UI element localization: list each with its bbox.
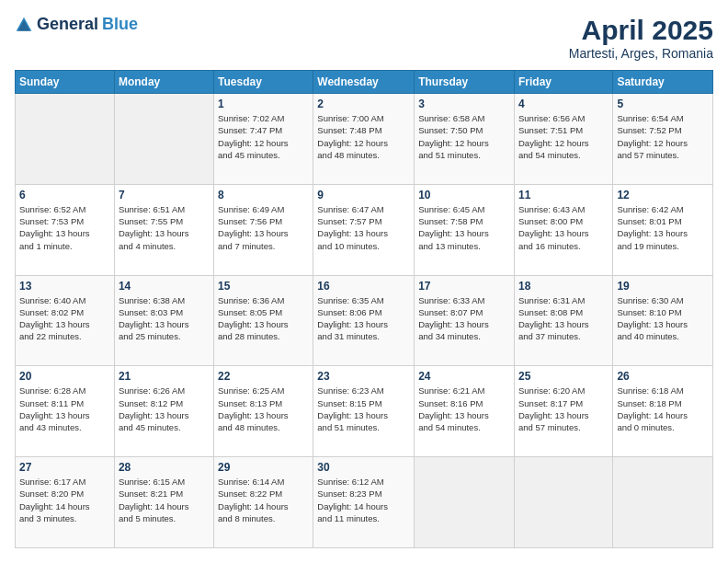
calendar-table: SundayMondayTuesdayWednesdayThursdayFrid… — [15, 70, 713, 548]
day-number: 4 — [518, 98, 609, 110]
day-detail: Sunrise: 6:30 AM Sunset: 8:10 PM Dayligh… — [617, 294, 709, 343]
day-number: 26 — [617, 370, 709, 383]
calendar-cell: 20Sunrise: 6:28 AM Sunset: 8:11 PM Dayli… — [16, 366, 115, 457]
day-header-tuesday: Tuesday — [214, 71, 313, 94]
day-number: 18 — [518, 280, 609, 293]
day-detail: Sunrise: 7:00 AM Sunset: 7:48 PM Dayligh… — [317, 112, 410, 161]
day-number: 28 — [119, 461, 210, 474]
day-number: 15 — [218, 280, 309, 293]
day-number: 5 — [617, 98, 709, 110]
day-header-sunday: Sunday — [16, 71, 115, 94]
calendar-cell: 23Sunrise: 6:23 AM Sunset: 8:15 PM Dayli… — [313, 366, 415, 457]
week-row-2: 13Sunrise: 6:40 AM Sunset: 8:02 PM Dayli… — [16, 275, 713, 366]
day-number: 13 — [19, 280, 110, 293]
day-detail: Sunrise: 6:35 AM Sunset: 8:06 PM Dayligh… — [317, 294, 410, 343]
week-row-0: 1Sunrise: 7:02 AM Sunset: 7:47 PM Daylig… — [16, 94, 713, 185]
day-detail: Sunrise: 6:42 AM Sunset: 8:01 PM Dayligh… — [617, 203, 709, 252]
subtitle: Martesti, Arges, Romania — [569, 46, 713, 61]
day-detail: Sunrise: 6:45 AM Sunset: 7:58 PM Dayligh… — [418, 203, 510, 252]
day-number: 8 — [218, 189, 309, 201]
calendar-cell: 12Sunrise: 6:42 AM Sunset: 8:01 PM Dayli… — [613, 184, 713, 275]
day-detail: Sunrise: 6:56 AM Sunset: 7:51 PM Dayligh… — [518, 112, 609, 161]
main-title: April 2025 — [569, 15, 713, 46]
day-detail: Sunrise: 6:33 AM Sunset: 8:07 PM Dayligh… — [418, 294, 510, 343]
header: General Blue April 2025 Martesti, Arges,… — [15, 15, 713, 61]
day-number: 7 — [119, 189, 210, 201]
day-detail: Sunrise: 6:52 AM Sunset: 7:53 PM Dayligh… — [19, 203, 110, 252]
day-number: 27 — [19, 461, 110, 474]
day-detail: Sunrise: 6:21 AM Sunset: 8:16 PM Dayligh… — [418, 385, 510, 433]
calendar-cell: 19Sunrise: 6:30 AM Sunset: 8:10 PM Dayli… — [613, 275, 713, 366]
week-row-3: 20Sunrise: 6:28 AM Sunset: 8:11 PM Dayli… — [16, 366, 713, 457]
day-detail: Sunrise: 6:40 AM Sunset: 8:02 PM Dayligh… — [19, 294, 110, 343]
logo-general: General — [37, 15, 98, 34]
week-row-1: 6Sunrise: 6:52 AM Sunset: 7:53 PM Daylig… — [16, 184, 713, 275]
calendar-cell — [514, 457, 612, 548]
day-header-saturday: Saturday — [613, 71, 713, 94]
calendar-cell: 9Sunrise: 6:47 AM Sunset: 7:57 PM Daylig… — [313, 184, 415, 275]
day-number: 2 — [317, 98, 410, 110]
calendar-cell: 25Sunrise: 6:20 AM Sunset: 8:17 PM Dayli… — [514, 366, 612, 457]
calendar-cell: 27Sunrise: 6:17 AM Sunset: 8:20 PM Dayli… — [16, 457, 115, 548]
calendar-cell: 11Sunrise: 6:43 AM Sunset: 8:00 PM Dayli… — [514, 184, 612, 275]
calendar-cell: 7Sunrise: 6:51 AM Sunset: 7:55 PM Daylig… — [114, 184, 213, 275]
day-detail: Sunrise: 6:25 AM Sunset: 8:13 PM Dayligh… — [218, 385, 309, 433]
day-number: 6 — [19, 189, 110, 201]
day-detail: Sunrise: 6:26 AM Sunset: 8:12 PM Dayligh… — [119, 385, 210, 433]
calendar-cell: 2Sunrise: 7:00 AM Sunset: 7:48 PM Daylig… — [313, 94, 415, 185]
calendar-cell — [114, 94, 213, 185]
week-row-4: 27Sunrise: 6:17 AM Sunset: 8:20 PM Dayli… — [16, 457, 713, 548]
day-number: 22 — [218, 370, 309, 383]
day-header-monday: Monday — [114, 71, 213, 94]
day-detail: Sunrise: 6:12 AM Sunset: 8:23 PM Dayligh… — [317, 476, 410, 524]
day-header-friday: Friday — [514, 71, 612, 94]
day-number: 3 — [418, 98, 510, 110]
calendar-cell: 30Sunrise: 6:12 AM Sunset: 8:23 PM Dayli… — [313, 457, 415, 548]
calendar-cell — [613, 457, 713, 548]
day-number: 1 — [218, 98, 309, 110]
page: General Blue April 2025 Martesti, Arges,… — [0, 0, 728, 563]
day-number: 16 — [317, 280, 410, 293]
day-number: 25 — [518, 370, 609, 383]
calendar-cell: 1Sunrise: 7:02 AM Sunset: 7:47 PM Daylig… — [214, 94, 313, 185]
day-detail: Sunrise: 6:47 AM Sunset: 7:57 PM Dayligh… — [317, 203, 410, 252]
calendar-cell: 3Sunrise: 6:58 AM Sunset: 7:50 PM Daylig… — [415, 94, 515, 185]
day-number: 30 — [317, 461, 410, 474]
calendar-cell: 26Sunrise: 6:18 AM Sunset: 8:18 PM Dayli… — [613, 366, 713, 457]
day-number: 9 — [317, 189, 410, 201]
calendar-cell: 18Sunrise: 6:31 AM Sunset: 8:08 PM Dayli… — [514, 275, 612, 366]
day-detail: Sunrise: 6:23 AM Sunset: 8:15 PM Dayligh… — [317, 385, 410, 433]
calendar-cell: 15Sunrise: 6:36 AM Sunset: 8:05 PM Dayli… — [214, 275, 313, 366]
day-detail: Sunrise: 6:43 AM Sunset: 8:00 PM Dayligh… — [518, 203, 609, 252]
calendar-cell: 5Sunrise: 6:54 AM Sunset: 7:52 PM Daylig… — [613, 94, 713, 185]
logo: General Blue — [15, 15, 138, 34]
title-block: April 2025 Martesti, Arges, Romania — [569, 15, 713, 61]
calendar-cell: 24Sunrise: 6:21 AM Sunset: 8:16 PM Dayli… — [415, 366, 515, 457]
day-number: 23 — [317, 370, 410, 383]
day-detail: Sunrise: 6:49 AM Sunset: 7:56 PM Dayligh… — [218, 203, 309, 252]
day-number: 29 — [218, 461, 309, 474]
day-detail: Sunrise: 6:36 AM Sunset: 8:05 PM Dayligh… — [218, 294, 309, 343]
day-detail: Sunrise: 6:38 AM Sunset: 8:03 PM Dayligh… — [119, 294, 210, 343]
calendar-cell: 16Sunrise: 6:35 AM Sunset: 8:06 PM Dayli… — [313, 275, 415, 366]
day-detail: Sunrise: 7:02 AM Sunset: 7:47 PM Dayligh… — [218, 112, 309, 161]
day-detail: Sunrise: 6:17 AM Sunset: 8:20 PM Dayligh… — [19, 476, 110, 524]
calendar-cell: 17Sunrise: 6:33 AM Sunset: 8:07 PM Dayli… — [415, 275, 515, 366]
day-number: 12 — [617, 189, 709, 201]
calendar-cell: 6Sunrise: 6:52 AM Sunset: 7:53 PM Daylig… — [16, 184, 115, 275]
calendar-cell: 29Sunrise: 6:14 AM Sunset: 8:22 PM Dayli… — [214, 457, 313, 548]
day-number: 14 — [119, 280, 210, 293]
day-detail: Sunrise: 6:54 AM Sunset: 7:52 PM Dayligh… — [617, 112, 709, 161]
calendar-body: 1Sunrise: 7:02 AM Sunset: 7:47 PM Daylig… — [16, 94, 713, 548]
calendar-header: SundayMondayTuesdayWednesdayThursdayFrid… — [16, 71, 713, 94]
header-row: SundayMondayTuesdayWednesdayThursdayFrid… — [16, 71, 713, 94]
day-detail: Sunrise: 6:18 AM Sunset: 8:18 PM Dayligh… — [617, 385, 709, 433]
day-detail: Sunrise: 6:20 AM Sunset: 8:17 PM Dayligh… — [518, 385, 609, 433]
day-number: 11 — [518, 189, 609, 201]
calendar-cell: 28Sunrise: 6:15 AM Sunset: 8:21 PM Dayli… — [114, 457, 213, 548]
day-detail: Sunrise: 6:31 AM Sunset: 8:08 PM Dayligh… — [518, 294, 609, 343]
day-detail: Sunrise: 6:28 AM Sunset: 8:11 PM Dayligh… — [19, 385, 110, 433]
day-header-wednesday: Wednesday — [313, 71, 415, 94]
logo-blue: Blue — [102, 15, 138, 34]
day-number: 24 — [418, 370, 510, 383]
